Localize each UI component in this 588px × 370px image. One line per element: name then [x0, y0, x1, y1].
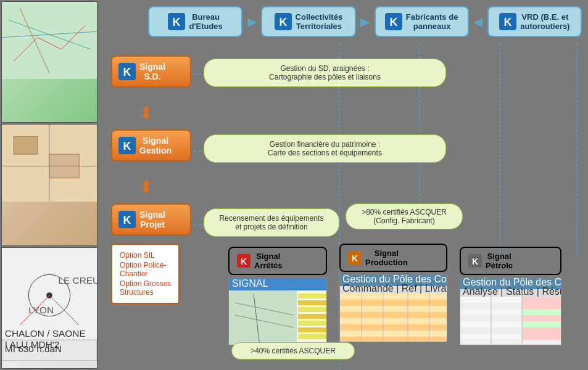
bureau-etudes-box: K Bureau d'Etudes [148, 6, 242, 37]
svg-rect-67 [340, 306, 447, 312]
k-logo-sd: K [118, 63, 136, 80]
svg-text:K: K [123, 66, 131, 78]
left-screenshots-panel: LYON LE CREUSOT CHALON / SAONE I ALU MDH… [0, 0, 99, 370]
svg-text:K: K [123, 140, 131, 152]
svg-text:K: K [279, 16, 287, 28]
map-thumbnail-2 [1, 124, 97, 245]
svg-text:K: K [173, 16, 181, 28]
svg-rect-53 [298, 307, 326, 312]
svg-text:SIGNAL: SIGNAL [232, 278, 268, 289]
svg-rect-68 [340, 312, 447, 318]
map-thumbnail-3: LYON LE CREUSOT CHALON / SAONE I ALU MDH… [1, 247, 97, 369]
svg-text:LE CREUSOT: LE CREUSOT [58, 274, 97, 285]
svg-text:K: K [123, 214, 131, 226]
ascquer-bottom-label: >40% certifiés ASCQUER [251, 347, 336, 355]
signal-petrole-label: SignalPétrole [486, 252, 513, 270]
signal-projet-desc: Recensement des équipementset projets de… [204, 208, 339, 237]
option-grosses: Option GrossesStructures [120, 279, 171, 297]
svg-rect-91 [522, 315, 561, 321]
k-logo-petrole: K [468, 254, 482, 268]
signal-sd-desc: Gestion du SD, araignées :Cartographie d… [204, 59, 446, 87]
k-logo-fabricants: K [385, 13, 402, 30]
svg-rect-69 [340, 318, 447, 324]
svg-rect-0 [2, 2, 97, 79]
arrow-2: ▶ [356, 15, 375, 28]
svg-rect-87 [522, 303, 561, 309]
option-police: Option Police-Chantier [120, 261, 171, 278]
svg-text:K: K [472, 257, 478, 266]
svg-rect-98 [460, 340, 561, 345]
svg-rect-57 [298, 334, 326, 339]
k-logo-bureau: K [168, 13, 185, 30]
svg-rect-5 [14, 137, 38, 155]
svg-text:Analyse | Status | Résultat: Analyse | Status | Résultat [463, 286, 561, 297]
svg-rect-55 [298, 321, 326, 326]
signal-production-title: K SignalProduction [339, 244, 447, 272]
signal-sd-box: K Signal S.D. [111, 56, 191, 88]
svg-text:K: K [352, 253, 358, 263]
svg-rect-66 [340, 300, 447, 306]
signal-gestion-desc: Gestion financière du patrimoine :Carte … [204, 134, 446, 163]
signal-production-label: SignalProduction [365, 249, 408, 267]
fabricants-box: K Fabricants de panneaux [375, 6, 469, 37]
vrd-label: VRD (B.E. et autoroutiers) [520, 12, 569, 31]
signal-arretes-label: SignalArrêtés [254, 252, 283, 270]
svg-rect-65 [340, 294, 447, 300]
v-arrow-2: ⬍ [139, 177, 153, 197]
signal-projet-row: K Signal Projet [111, 204, 191, 236]
signal-projet-box: K Signal Projet [111, 204, 191, 236]
signal-gestion-box: K Signal Gestion [111, 130, 191, 162]
signal-petrole-card: K SignalPétrole Gestion du Pôle des Comm… [460, 247, 561, 345]
options-box: Option SIL Option Police-Chantier Option… [111, 244, 180, 304]
main-diagram: K Bureau d'Etudes ▶ K Collectivités Terr… [99, 0, 588, 370]
bureau-etudes-label: Bureau d'Etudes [189, 12, 222, 31]
svg-text:K: K [241, 257, 247, 266]
svg-rect-72 [340, 337, 447, 342]
svg-rect-51 [298, 294, 326, 298]
production-screenshot: Gestion du Pôle des Commandes Commande |… [339, 274, 447, 342]
map-thumbnail-1 [1, 1, 97, 123]
arrow-1: ▶ [242, 15, 261, 28]
signal-gestion-label: Signal Gestion [139, 136, 172, 155]
svg-text:MI 630 n.daN: MI 630 n.daN [5, 343, 62, 354]
k-logo-collectivites: K [275, 13, 292, 30]
svg-rect-85 [522, 297, 561, 303]
signal-sd-label: Signal S.D. [139, 62, 165, 81]
arrow-3: ◀ [469, 15, 487, 28]
arretes-screenshot: SIGNAL [228, 278, 327, 345]
ascquer-bottom-badge: >40% certifiés ASCQUER [231, 342, 355, 360]
svg-rect-71 [340, 331, 447, 337]
svg-rect-56 [298, 327, 326, 332]
signal-arretes-card: K SignalArrêtés SIGNAL [228, 247, 327, 345]
signal-arretes-title: K SignalArrêtés [228, 247, 327, 275]
petrole-screenshot: Gestion du Pôle des Commandes Analyse | … [460, 278, 561, 345]
svg-rect-97 [522, 334, 561, 340]
signal-sd-row: K Signal S.D. [111, 56, 191, 88]
svg-rect-54 [298, 314, 326, 319]
svg-rect-52 [298, 300, 326, 305]
k-logo-projet: K [118, 211, 136, 228]
svg-text:LYON: LYON [28, 305, 54, 315]
top-institutions-row: K Bureau d'Etudes ▶ K Collectivités Terr… [148, 6, 582, 37]
collectivites-label: Collectivités Territoriales [296, 12, 343, 31]
svg-text:K: K [504, 16, 512, 28]
svg-text:K: K [389, 16, 397, 28]
k-logo-vrd: K [499, 13, 516, 30]
k-logo-arretes: K [237, 254, 251, 268]
svg-rect-46 [229, 290, 297, 345]
signal-production-card: K SignalProduction Gestion du Pôle des C… [339, 244, 447, 342]
option-sil: Option SIL [120, 251, 171, 260]
signal-gestion-row: K Signal Gestion [111, 130, 191, 162]
svg-text:CHALON / SAONE: CHALON / SAONE [5, 328, 86, 339]
ascquer-top-badge: >80% certifiés ASCQUER(Config. Fabricant… [346, 204, 463, 229]
k-logo-gestion: K [118, 137, 136, 154]
fabricants-label: Fabricants de panneaux [406, 12, 458, 31]
vrd-box: K VRD (B.E. et autoroutiers) [487, 6, 582, 37]
signal-petrole-title: K SignalPétrole [460, 247, 561, 275]
svg-rect-93 [522, 321, 561, 327]
svg-rect-70 [340, 324, 447, 331]
signal-projet-label: Signal Projet [139, 210, 165, 229]
svg-rect-95 [522, 327, 561, 334]
v-arrow-1: ⬍ [139, 103, 153, 123]
svg-text:Commande | Ref | Livraison | Q: Commande | Ref | Livraison | Quantité | … [342, 283, 447, 294]
